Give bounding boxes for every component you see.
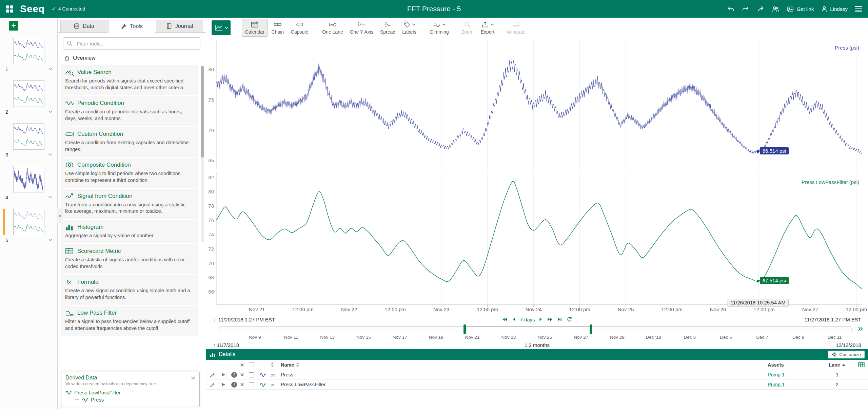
navigate-icon[interactable] [221, 372, 231, 377]
app-grid-button[interactable] [6, 5, 13, 13]
timezone-link[interactable]: EST [265, 317, 275, 322]
user-menu[interactable]: Lindsey [821, 6, 848, 12]
worksheet-menu-chevron[interactable] [48, 68, 53, 70]
row-checkbox[interactable] [249, 382, 254, 387]
tool-value-search[interactable]: Value SearchSearch for periods within si… [61, 65, 198, 96]
name-column-header[interactable]: Name [281, 362, 768, 368]
trend-view-dropdown[interactable] [212, 20, 231, 35]
toolbar-calendar-button[interactable]: Calendar [242, 19, 268, 37]
select-all-checkbox[interactable] [249, 362, 254, 367]
worksheet-thumbnail-5[interactable] [13, 209, 44, 235]
add-worksheet-button[interactable]: + [9, 21, 18, 31]
tool-periodic-condition[interactable]: Periodic ConditionCreate a condition of … [61, 96, 198, 127]
sort-ascending-icon [842, 364, 846, 366]
tab-journal[interactable]: Journal [156, 20, 203, 32]
timezone-link[interactable]: EST [851, 317, 861, 322]
info-icon[interactable]: i [231, 382, 237, 388]
row-checkbox[interactable] [249, 372, 254, 377]
toolbar-dimming-button[interactable]: Dimming [427, 19, 452, 37]
sort-icon[interactable] [296, 362, 299, 367]
expand-range-icon[interactable] [858, 327, 863, 331]
tool-histogram[interactable]: HistogramAggregate a signal by y-value o… [61, 220, 198, 244]
worksheet-thumbnail-4[interactable] [13, 166, 44, 192]
forward-share-icon[interactable] [757, 6, 764, 12]
tool-custom-condition[interactable]: Custom ConditionCreate a condition from … [61, 127, 198, 158]
slider-date-label: Nov 9 [249, 335, 261, 340]
lane-column-header[interactable]: Lane [822, 362, 852, 368]
users-icon[interactable] [772, 6, 780, 12]
toolbar-chain-button[interactable]: Chain [268, 19, 288, 37]
collapse-panel-handle[interactable]: « [57, 208, 62, 223]
tool-composite-condition[interactable]: Composite ConditionUse simple logic to f… [61, 158, 198, 189]
investigate-end[interactable]: 12/12/2018 [836, 342, 861, 348]
navigate-icon[interactable] [221, 382, 231, 387]
step-to-end-button[interactable] [557, 317, 563, 322]
info-icon[interactable]: i [231, 372, 237, 378]
display-range-start[interactable]: ↓ 11/20/2018 1:27 PM EST [213, 317, 275, 322]
remove-icon[interactable] [240, 373, 249, 377]
series-label-lowpass: Press LowPassFilter (psi) [802, 179, 859, 185]
worksheet-menu-chevron[interactable] [48, 110, 53, 113]
sort-icon[interactable] [271, 362, 281, 367]
customize-button[interactable]: Customize [828, 351, 865, 358]
toolbar-labels-button[interactable]: Labels [399, 19, 419, 37]
trend-lane-lowpass[interactable]: 828078767472706866 [206, 172, 868, 308]
asset-link[interactable]: Pump 1 [768, 372, 822, 377]
worksheet-menu-chevron[interactable] [48, 239, 53, 241]
tool-low-pass-filter[interactable]: Low Pass FilterFilter a signal to pass f… [61, 306, 198, 337]
step-forward-fast-button[interactable] [547, 317, 553, 322]
get-link-button[interactable]: Get link [787, 6, 814, 12]
edit-icon[interactable] [210, 382, 221, 387]
investigate-range-slider[interactable] [206, 325, 868, 334]
refresh-button[interactable] [567, 317, 573, 322]
worksheet-thumbnail-1[interactable] [13, 38, 44, 64]
selected-range[interactable] [465, 326, 591, 332]
slider-handle-right[interactable] [590, 324, 592, 334]
unit-label: psi [271, 382, 281, 387]
toolbar-capsule-button[interactable]: Capsule [288, 19, 312, 37]
asset-link[interactable]: Pump 1 [768, 382, 822, 387]
toolbar-export-button[interactable]: Export [477, 19, 498, 37]
investigate-start[interactable]: ↑11/7/2018 [213, 342, 239, 348]
step-forward-button[interactable] [539, 317, 543, 322]
worksheet-menu-chevron[interactable] [48, 153, 53, 156]
tool-formula[interactable]: fxFormulaCreate a new signal or conditio… [61, 275, 198, 306]
item-name[interactable]: Press [281, 372, 768, 377]
step-size-label[interactable]: 7 days [520, 317, 535, 322]
filter-tools-input[interactable] [63, 37, 200, 50]
edit-icon[interactable] [210, 372, 221, 377]
seeq-logo[interactable]: Seeq [20, 3, 45, 15]
trend-chart[interactable]: 80757065 828078767472706866 Press (psi) … [206, 38, 868, 314]
remove-icon[interactable] [240, 383, 249, 387]
topbar: Seeq ✓ 4 Connected FFT Pressure - 5 Get … [0, 0, 868, 18]
toolbar-one-lane-button[interactable]: One Lane [319, 19, 347, 37]
connection-status[interactable]: ✓ 4 Connected [52, 6, 85, 12]
assets-column-header[interactable]: Assets [768, 362, 822, 368]
step-back-fast-button[interactable] [501, 317, 508, 322]
tool-signal-from-condition[interactable]: Signal from ConditionTransform a conditi… [61, 189, 198, 220]
column-chooser-icon[interactable] [858, 362, 868, 367]
tab-data[interactable]: Data [60, 20, 107, 32]
overview-link[interactable]: Overview [58, 52, 206, 65]
tool-panel-scrollbar[interactable] [201, 66, 204, 242]
tab-tools[interactable]: Tools [108, 20, 155, 33]
display-range-end[interactable]: 11/27/2018 1:27 PM EST [805, 317, 861, 322]
derived-data-toggle[interactable]: Derived Data [65, 375, 195, 381]
toolbar-spread-button[interactable]: Spread [377, 19, 399, 37]
hamburger-menu-icon[interactable] [855, 5, 862, 13]
slider-track[interactable] [219, 326, 853, 332]
redo-icon[interactable] [742, 6, 749, 12]
step-back-button[interactable] [512, 317, 516, 322]
tool-scorecard-metric[interactable]: Scorecard MetricCreate a statistic of si… [61, 244, 198, 275]
toolbar-one-y-axis-button[interactable]: One Y-Axis [347, 19, 377, 37]
derived-item[interactable]: Press LowPassFilter [65, 389, 195, 396]
worksheet-menu-chevron[interactable] [48, 196, 53, 199]
worksheet-thumbnail-3[interactable] [13, 123, 44, 150]
undo-icon[interactable] [727, 6, 734, 12]
derived-item[interactable]: Press [74, 396, 195, 403]
slider-handle-left[interactable] [463, 324, 466, 334]
remove-all-icon[interactable] [240, 363, 249, 367]
item-name[interactable]: Press LowPassFilter [281, 382, 768, 387]
worksheet-thumbnail-2[interactable] [13, 80, 44, 107]
investigate-duration[interactable]: 1.2 months [525, 342, 550, 348]
